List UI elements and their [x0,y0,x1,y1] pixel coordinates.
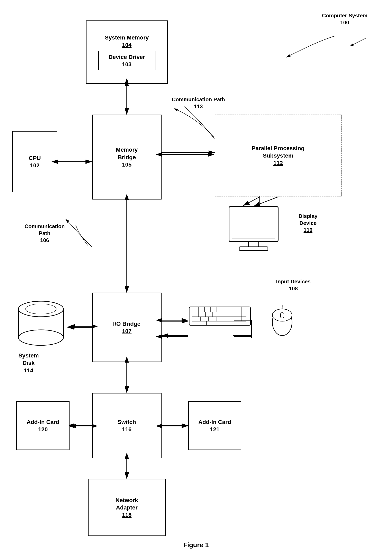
monitor-icon [225,205,284,252]
memory-bridge-box: MemoryBridge 105 [92,115,162,199]
comm-path-106-label: CommunicationPath106 [25,223,65,244]
svg-line-77 [243,197,260,206]
device-driver-num: 103 [104,61,150,68]
svg-line-17 [350,38,366,46]
network-adapter-num: 118 [122,512,132,518]
keyboard-icon [188,305,252,329]
switch-label: Switch [118,419,136,426]
extra-arrows [0,0,392,559]
system-memory-num: 104 [122,42,132,48]
io-bridge-box: I/O Bridge 107 [92,293,162,362]
svg-rect-22 [239,247,268,251]
add-in-card-120-num: 120 [38,426,48,433]
pps-label: Parallel ProcessingSubsystem [252,145,304,160]
cs-arrow [344,36,368,48]
device-driver-box: Device Driver 103 [98,51,155,70]
cpu-box: CPU 102 [12,131,57,192]
system-disk-label: SystemDisk114 [18,352,39,374]
input-devices-label: Input Devices108 [276,278,311,292]
svg-rect-20 [232,209,275,239]
add-in-card-120-box: Add-In Card 120 [16,401,70,450]
cpu-num: 102 [30,162,40,169]
add-in-card-121-box: Add-In Card 121 [188,401,241,450]
memory-bridge-label: MemoryBridge [116,146,138,161]
io-bridge-num: 107 [122,328,132,335]
network-adapter-box: NetworkAdapter 118 [88,479,166,536]
add-in-card-120-label: Add-In Card [27,419,59,426]
figure-label: Figure 1 [0,541,392,549]
io-bridge-label: I/O Bridge [113,320,140,327]
display-device-label: DisplayDevice110 [299,213,318,233]
svg-rect-21 [248,242,259,247]
add-in-card-121-num: 121 [210,426,220,433]
system-memory-box: System Memory 104 Device Driver 103 [86,20,168,84]
switch-num: 116 [122,426,132,433]
add-in-card-121-label: Add-In Card [198,419,231,426]
network-adapter-label: NetworkAdapter [116,497,138,512]
computer-system-label: Computer System 100 [322,12,368,26]
arrows-svg [0,0,392,559]
svg-point-59 [26,304,56,314]
diagram-container: Computer System 100 System Memory 104 De… [0,0,392,559]
system-memory-label: System Memory [105,34,149,41]
memory-bridge-num: 105 [122,161,132,168]
device-driver-label: Device Driver [104,53,150,61]
mouse-icon [270,305,294,338]
svg-rect-53 [281,313,284,318]
switch-box: Switch 116 [92,393,162,458]
cpu-label: CPU [29,155,41,162]
pps-box: Parallel ProcessingSubsystem 112 [215,115,341,196]
system-disk-icon [14,299,67,354]
svg-point-58 [18,330,64,345]
comm-path-113-label: Communication Path113 [172,96,225,110]
pps-num: 112 [273,160,283,166]
